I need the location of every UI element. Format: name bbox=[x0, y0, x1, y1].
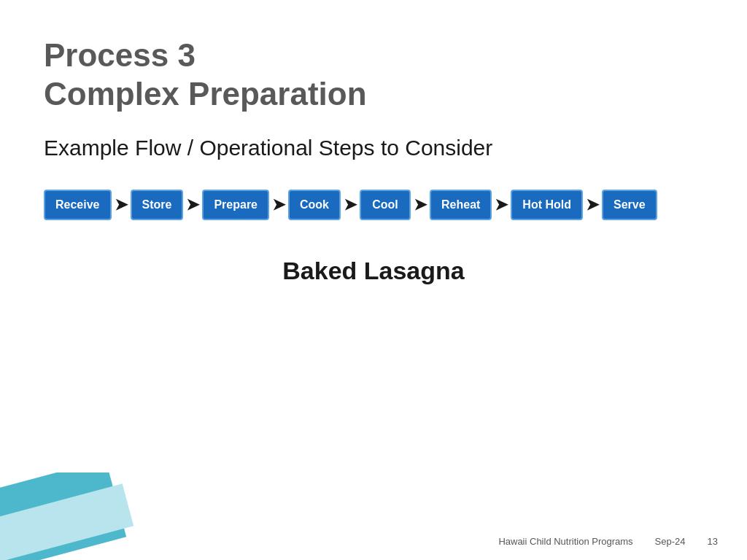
flow-arrow: ➤ bbox=[115, 195, 128, 214]
flow-arrow: ➤ bbox=[344, 195, 357, 214]
flow-step-serve: Serve bbox=[602, 190, 657, 220]
flow-step-prepare: Prepare bbox=[202, 190, 269, 220]
title-line1: Process 3 bbox=[44, 36, 703, 75]
footer-org: Hawaii Child Nutrition Programs bbox=[498, 536, 632, 547]
flow-step-reheat: Reheat bbox=[430, 190, 492, 220]
flow-arrow: ➤ bbox=[586, 195, 599, 214]
footer-date: Sep-24 bbox=[655, 536, 686, 547]
flow-step-receive: Receive bbox=[44, 190, 112, 220]
flow-container: Receive➤Store➤Prepare➤Cook➤Cool➤Reheat➤H… bbox=[44, 190, 703, 220]
flow-step-cool: Cool bbox=[360, 190, 411, 220]
footer: Hawaii Child Nutrition Programs Sep-24 1… bbox=[498, 536, 718, 547]
footer-page: 13 bbox=[708, 536, 718, 547]
flow-step-store: Store bbox=[131, 190, 184, 220]
flow-step-hot-hold: Hot Hold bbox=[511, 190, 583, 220]
flow-step-cook: Cook bbox=[288, 190, 341, 220]
flow-arrow: ➤ bbox=[414, 195, 427, 214]
example-label: Baked Lasagna bbox=[44, 257, 703, 285]
slide: Process 3 Complex Preparation Example Fl… bbox=[0, 0, 747, 560]
title-block: Process 3 Complex Preparation bbox=[44, 36, 703, 114]
flow-arrow: ➤ bbox=[186, 195, 199, 214]
subtitle: Example Flow / Operational Steps to Cons… bbox=[44, 136, 703, 160]
flow-arrow: ➤ bbox=[272, 195, 285, 214]
title-line2: Complex Preparation bbox=[44, 75, 703, 114]
bottom-decoration bbox=[0, 472, 160, 560]
flow-arrow: ➤ bbox=[495, 195, 508, 214]
